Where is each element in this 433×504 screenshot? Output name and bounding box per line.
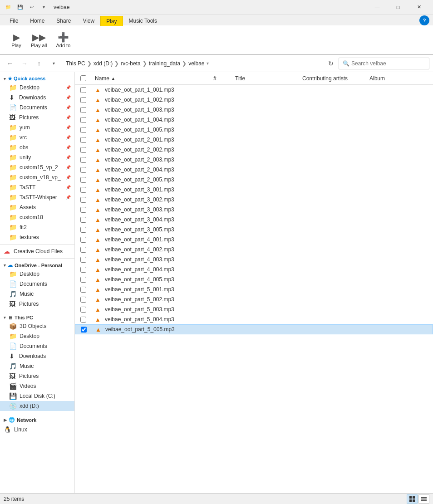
sidebar-item-documents-od[interactable]: 📄 Documents	[0, 279, 74, 289]
breadcrumb-this-pc[interactable]: This PC	[66, 60, 85, 67]
checkbox-all[interactable]	[80, 75, 86, 81]
row-checkbox[interactable]	[75, 155, 91, 165]
tab-music-tools[interactable]: Music Tools	[123, 15, 163, 25]
row-checkbox[interactable]	[75, 225, 91, 235]
row-name[interactable]: ▲ veibae_oot_part_3_005.mp3	[91, 225, 210, 235]
row-name[interactable]: ▲ veibae_oot_part_1_004.mp3	[91, 115, 210, 125]
file-row[interactable]: ▲ veibae_oot_part_3_004.mp3	[75, 215, 433, 225]
checkbox-file[interactable]	[80, 107, 86, 113]
column-header-title[interactable]: Title	[231, 72, 299, 84]
sidebar-item-tastt-whisper[interactable]: 📁 TaSTT-Whisper 📌	[0, 192, 74, 202]
sidebar-item-assets[interactable]: 📁 Assets	[0, 202, 74, 212]
row-checkbox[interactable]	[75, 325, 92, 334]
row-name[interactable]: ▲ veibae_oot_part_4_005.mp3	[91, 274, 210, 284]
row-name[interactable]: ▲ veibae_oot_part_4_001.mp3	[91, 235, 210, 245]
row-checkbox[interactable]	[75, 284, 91, 294]
sidebar-item-pictures-pc[interactable]: 🖼 Pictures	[0, 371, 74, 381]
breadcrumb-xdd[interactable]: xdd (D:)	[93, 60, 113, 67]
checkbox-file[interactable]	[80, 97, 86, 103]
row-checkbox[interactable]	[75, 145, 91, 155]
sidebar-item-unity[interactable]: 📁 unity 📌	[0, 152, 74, 162]
play-all-button[interactable]: ▶▶ Play all	[27, 30, 50, 50]
select-all-checkbox[interactable]	[75, 75, 91, 81]
sidebar-item-desktop-pc[interactable]: 📁 Desktop	[0, 331, 74, 341]
row-name[interactable]: ▲ veibae_oot_part_3_003.mp3	[91, 205, 210, 215]
checkbox-file[interactable]	[80, 307, 86, 313]
checkbox-file[interactable]	[80, 137, 86, 143]
sidebar-item-music-pc[interactable]: 🎵 Music	[0, 361, 74, 371]
row-checkbox[interactable]	[75, 235, 91, 245]
sidebar-header-onedrive[interactable]: ▾ ☁ OneDrive - Personal	[0, 260, 74, 269]
row-name[interactable]: ▲ veibae_oot_part_4_002.mp3	[91, 245, 210, 254]
column-header-album[interactable]: Album	[366, 72, 433, 84]
file-row[interactable]: ▲ veibae_oot_part_2_004.mp3	[75, 165, 433, 175]
file-row[interactable]: ▲ veibae_oot_part_3_005.mp3	[75, 225, 433, 235]
back-button[interactable]: ←	[4, 58, 16, 69]
refresh-button[interactable]: ↻	[325, 58, 337, 69]
file-row[interactable]: ▲ veibae_oot_part_4_004.mp3	[75, 264, 433, 274]
sidebar-item-linux[interactable]: 🐧 Linux	[0, 425, 74, 435]
sidebar-item-localc[interactable]: 💾 Local Disk (C:)	[0, 391, 74, 401]
list-view-button[interactable]	[418, 494, 429, 504]
checkbox-file[interactable]	[80, 187, 86, 193]
tab-view[interactable]: View	[77, 15, 100, 25]
play-button[interactable]: ▶ Play	[7, 30, 25, 50]
row-name[interactable]: ▲ veibae_oot_part_4_003.mp3	[91, 254, 210, 264]
column-header-name[interactable]: Name ▲	[91, 72, 210, 84]
file-row[interactable]: ▲ veibae_oot_part_4_005.mp3	[75, 274, 433, 284]
row-checkbox[interactable]	[75, 135, 91, 145]
file-row[interactable]: ▲ veibae_oot_part_5_002.mp3	[75, 294, 433, 304]
sidebar-item-creative-cloud[interactable]: ☁ Creative Cloud Files	[0, 246, 74, 256]
sidebar-item-music-od[interactable]: 🎵 Music	[0, 289, 74, 299]
row-name[interactable]: ▲ veibae_oot_part_5_002.mp3	[91, 294, 210, 304]
help-button[interactable]: ?	[419, 15, 429, 25]
sidebar-header-quick-access[interactable]: ▾ ★ Quick access	[0, 74, 74, 83]
file-row[interactable]: ▲ veibae_oot_part_5_001.mp3	[75, 284, 433, 294]
file-row[interactable]: ▲ veibae_oot_part_4_001.mp3	[75, 235, 433, 245]
checkbox-file[interactable]	[80, 217, 86, 223]
file-row[interactable]: ▲ veibae_oot_part_4_003.mp3	[75, 254, 433, 264]
checkbox-file[interactable]	[80, 267, 86, 273]
up-button[interactable]: ↑	[33, 58, 45, 69]
tab-home[interactable]: Home	[24, 15, 50, 25]
checkbox-file[interactable]	[80, 227, 86, 233]
checkbox-file[interactable]	[80, 247, 86, 253]
row-name[interactable]: ▲ veibae_oot_part_5_003.mp3	[91, 304, 210, 314]
row-checkbox[interactable]	[75, 165, 91, 175]
row-name[interactable]: ▲ veibae_oot_part_1_005.mp3	[91, 125, 210, 135]
row-name[interactable]: ▲ veibae_oot_part_1_003.mp3	[91, 105, 210, 115]
checkbox-file[interactable]	[80, 287, 86, 293]
row-name[interactable]: ▲ veibae_oot_part_3_004.mp3	[91, 215, 210, 225]
row-checkbox[interactable]	[75, 294, 91, 304]
file-row[interactable]: ▲ veibae_oot_part_1_003.mp3	[75, 105, 433, 115]
file-row[interactable]: ▲ veibae_oot_part_5_003.mp3	[75, 304, 433, 314]
checkbox-file[interactable]	[80, 87, 86, 93]
row-checkbox[interactable]	[75, 304, 91, 314]
row-checkbox[interactable]	[75, 314, 91, 324]
file-row[interactable]: ▲ veibae_oot_part_1_002.mp3	[75, 95, 433, 105]
add-to-button[interactable]: ➕ Add to	[52, 30, 74, 50]
sidebar-item-pictures-qa[interactable]: 🖼 Pictures 📌	[0, 113, 74, 122]
file-row[interactable]: ▲ veibae_oot_part_1_005.mp3	[75, 125, 433, 135]
row-name[interactable]: ▲ veibae_oot_part_3_002.mp3	[91, 195, 210, 205]
row-name[interactable]: ▲ veibae_oot_part_2_003.mp3	[91, 155, 210, 165]
sidebar-item-documents-pc[interactable]: 📄 Documents	[0, 341, 74, 351]
row-name[interactable]: ▲ veibae_oot_part_2_001.mp3	[91, 135, 210, 145]
file-row[interactable]: ▲ veibae_oot_part_1_001.mp3	[75, 85, 433, 95]
sidebar-item-vrc[interactable]: 📁 vrc 📌	[0, 132, 74, 142]
row-checkbox[interactable]	[75, 274, 91, 284]
maximize-button[interactable]: □	[388, 0, 408, 15]
sidebar-item-yum[interactable]: 📁 yum 📌	[0, 122, 74, 132]
checkbox-file[interactable]	[80, 297, 86, 303]
checkbox-file[interactable]	[80, 237, 86, 243]
minimize-button[interactable]: —	[367, 0, 388, 15]
checkbox-file[interactable]	[80, 197, 86, 203]
sidebar-item-textures[interactable]: 📁 textures	[0, 232, 74, 242]
sidebar-item-downloads-pc[interactable]: ⬇ Downloads	[0, 351, 74, 361]
row-checkbox[interactable]	[75, 205, 91, 215]
file-row[interactable]: ▲ veibae_oot_part_1_004.mp3	[75, 115, 433, 125]
sidebar-item-videos-pc[interactable]: 🎬 Videos	[0, 381, 74, 391]
row-checkbox[interactable]	[75, 195, 91, 205]
checkbox-file[interactable]	[81, 327, 87, 333]
file-row[interactable]: ▲ veibae_oot_part_2_002.mp3	[75, 145, 433, 155]
